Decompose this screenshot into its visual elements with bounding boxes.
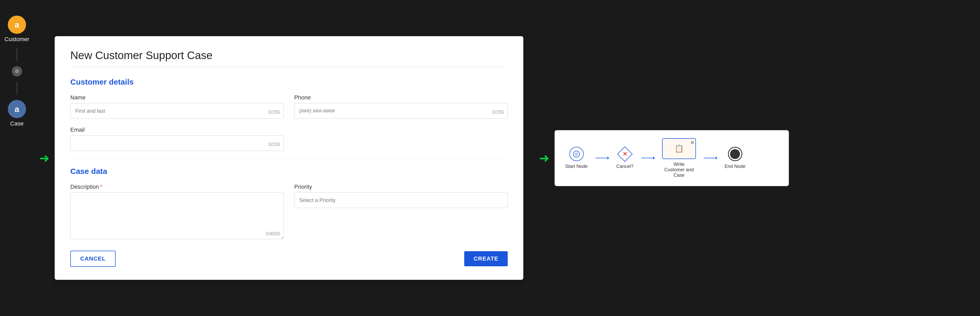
- process-diagram: Start Node ✕ Cancel? 📋 ⚙ Write Customer …: [555, 130, 789, 186]
- button-row: CANCEL CREATE: [70, 251, 508, 267]
- start-node-label: Start Node: [565, 164, 588, 169]
- phone-input-wrapper: 0/255: [294, 103, 508, 119]
- write-task-label: Write Customer and Case: [663, 162, 695, 178]
- email-row: Email 0/255: [70, 127, 508, 151]
- phone-char-count: 0/255: [492, 110, 504, 115]
- name-field-group: Name 0/255: [70, 94, 284, 119]
- sidebar-item-case[interactable]: a Case: [8, 100, 26, 127]
- end-node-label: End Node: [725, 164, 745, 169]
- name-input[interactable]: [70, 103, 284, 119]
- description-priority-row: Description* 0/4000 Priority: [70, 184, 508, 240]
- sidebar-item-customer[interactable]: a Customer: [5, 16, 29, 43]
- end-node: End Node: [725, 147, 745, 169]
- phone-field-group: Phone 0/255: [294, 94, 508, 119]
- description-textarea-wrapper: 0/4000: [70, 192, 284, 240]
- task-gear-icon: ⚙: [690, 140, 694, 145]
- cancel-gateway-node: ✕ Cancel?: [616, 147, 633, 169]
- email-input-wrapper: 0/255: [70, 135, 284, 151]
- sidebar-connector-node: [12, 66, 22, 76]
- customer-label: Customer: [5, 36, 29, 43]
- svg-point-0: [15, 69, 19, 73]
- case-avatar: a: [8, 100, 26, 118]
- priority-field-group: Priority: [294, 184, 508, 240]
- name-label: Name: [70, 94, 284, 101]
- connector-3: [704, 158, 717, 158]
- priority-select[interactable]: [294, 192, 508, 208]
- customer-avatar: a: [8, 16, 26, 34]
- connector-2: [641, 158, 654, 158]
- priority-label: Priority: [294, 184, 508, 190]
- case-data-heading: Case data: [70, 167, 508, 176]
- case-label: Case: [10, 120, 24, 127]
- email-label: Email: [70, 127, 284, 133]
- description-label: Description*: [70, 184, 284, 190]
- priority-select-wrapper: [294, 192, 508, 208]
- required-star: *: [100, 184, 102, 190]
- customer-details-heading: Customer details: [70, 78, 508, 86]
- create-button[interactable]: CREATE: [464, 251, 508, 266]
- end-circle-icon: [728, 147, 742, 161]
- email-spacer: [294, 127, 508, 151]
- description-field-group: Description* 0/4000: [70, 184, 284, 240]
- gateway-wrapper: ✕: [618, 147, 632, 161]
- description-char-count: 0/4000: [266, 231, 280, 237]
- connector-1: [595, 158, 608, 158]
- name-char-count: 0/255: [269, 110, 280, 115]
- sidebar-connector-top: [17, 48, 17, 61]
- sidebar: a Customer a Case: [0, 0, 34, 316]
- task-icon: 📋: [675, 144, 684, 153]
- start-node: Start Node: [565, 147, 588, 169]
- cancel-button[interactable]: CANCEL: [70, 251, 116, 267]
- right-arrow-icon: ➜: [539, 151, 549, 165]
- modal-form: New Customer Support Case Customer detai…: [55, 36, 523, 280]
- gateway-x-icon: ✕: [622, 151, 627, 157]
- email-char-count: 0/255: [269, 142, 280, 147]
- sidebar-connector-bottom: [17, 82, 17, 95]
- svg-point-2: [574, 152, 578, 156]
- write-task-node: 📋 ⚙ Write Customer and Case: [662, 138, 696, 178]
- phone-label: Phone: [294, 94, 508, 101]
- email-input[interactable]: [70, 135, 284, 151]
- end-inner: [730, 149, 740, 159]
- cancel-gateway-label: Cancel?: [616, 164, 633, 169]
- phone-input[interactable]: [294, 103, 508, 119]
- modal-title: New Customer Support Case: [70, 49, 508, 67]
- name-input-wrapper: 0/255: [70, 103, 284, 119]
- start-circle-icon: [570, 147, 584, 161]
- name-phone-row: Name 0/255 Phone 0/255: [70, 94, 508, 119]
- email-field-group: Email 0/255: [70, 127, 284, 151]
- task-box-icon: 📋 ⚙: [662, 138, 696, 159]
- left-arrow-icon: ➜: [39, 151, 49, 165]
- description-textarea[interactable]: [70, 192, 284, 239]
